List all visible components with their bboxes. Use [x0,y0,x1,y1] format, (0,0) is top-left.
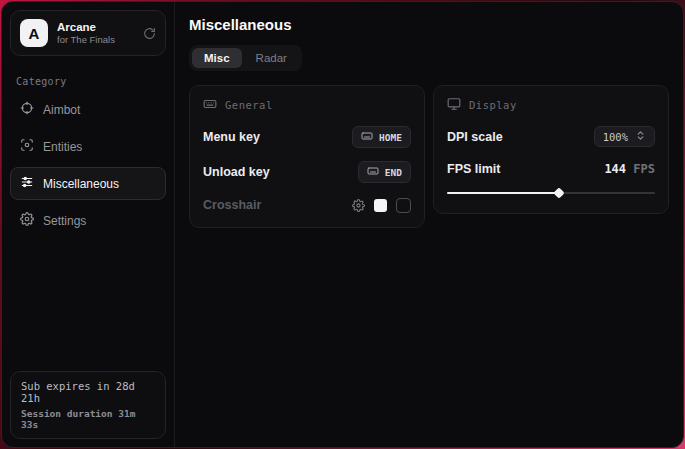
category-label: Category [16,76,160,87]
session-duration-text: Session duration 31m 33s [21,408,155,430]
sidebar: A Arcane for The Finals Category Aimbot [2,2,175,447]
menu-key-label: Menu key [203,130,260,144]
app-name: Arcane [57,20,134,34]
key-value: HOME [379,132,402,143]
sidebar-nav: Aimbot Entities Miscellaneous [2,93,174,237]
fps-limit-value: 144 [604,162,626,176]
app-window: A Arcane for The Finals Category Aimbot [1,1,684,448]
fps-limit-label: FPS limit [447,162,500,176]
keyboard-icon [367,165,379,179]
main-content: Miscellaneous Misc Radar General Menu ke… [175,2,683,447]
gear-icon [20,212,34,229]
app-logo: A [20,19,48,47]
unload-key-binding[interactable]: END [358,161,411,183]
brand-text: Arcane for The Finals [57,20,134,46]
fps-limit-slider[interactable] [447,186,655,200]
crosshair-label: Crosshair [203,198,261,212]
crosshair-checkbox[interactable] [396,198,411,213]
keyboard-icon [361,130,373,144]
sidebar-item-aimbot[interactable]: Aimbot [10,93,166,126]
sidebar-item-entities[interactable]: Entities [10,130,166,163]
app-subtitle: for The Finals [57,34,134,46]
general-panel: General Menu key HOME Unload key [189,85,425,228]
monitor-icon [447,97,461,113]
chevrons-up-down-icon [635,130,646,143]
crosshair-row: Crosshair [203,196,411,214]
sidebar-item-label: Entities [43,140,82,154]
scan-icon [20,138,34,155]
refresh-icon[interactable] [143,27,156,40]
panel-title: Display [469,99,517,111]
sidebar-item-settings[interactable]: Settings [10,204,166,237]
sliders-icon [20,175,34,192]
display-panel: Display DPI scale 100% FPS limit [433,85,669,214]
tab-misc[interactable]: Misc [192,48,242,68]
crosshair-color-swatch[interactable] [374,199,387,212]
fps-limit-unit: FPS [633,162,655,176]
menu-key-row: Menu key HOME [203,126,411,148]
sidebar-item-label: Aimbot [43,103,80,117]
menu-key-binding[interactable]: HOME [352,126,411,148]
slider-thumb[interactable] [554,187,565,198]
panels-row: General Menu key HOME Unload key [189,85,669,228]
subscription-info: Sub expires in 28d 21h Session duration … [10,371,166,439]
crosshair-icon [20,101,34,118]
dpi-scale-select[interactable]: 100% [594,126,655,147]
slider-fill [447,192,559,194]
sidebar-item-miscellaneous[interactable]: Miscellaneous [10,167,166,200]
tab-bar: Misc Radar [189,45,302,71]
crosshair-settings-gear-icon[interactable] [352,199,365,212]
key-value: END [385,167,402,178]
sub-expiry-text: Sub expires in 28d 21h [21,380,155,404]
unload-key-label: Unload key [203,165,270,179]
dpi-scale-label: DPI scale [447,130,503,144]
dpi-scale-row: DPI scale 100% [447,126,655,147]
panel-title: General [225,99,273,111]
dpi-scale-value: 100% [603,131,628,143]
keyboard-icon [203,97,217,113]
page-title: Miscellaneous [189,16,669,33]
brand-card: A Arcane for The Finals [10,10,166,56]
sidebar-item-label: Miscellaneous [43,177,119,191]
fps-limit-row: FPS limit 144 FPS [447,160,655,178]
unload-key-row: Unload key END [203,161,411,183]
tab-radar[interactable]: Radar [244,48,299,68]
sidebar-item-label: Settings [43,214,86,228]
